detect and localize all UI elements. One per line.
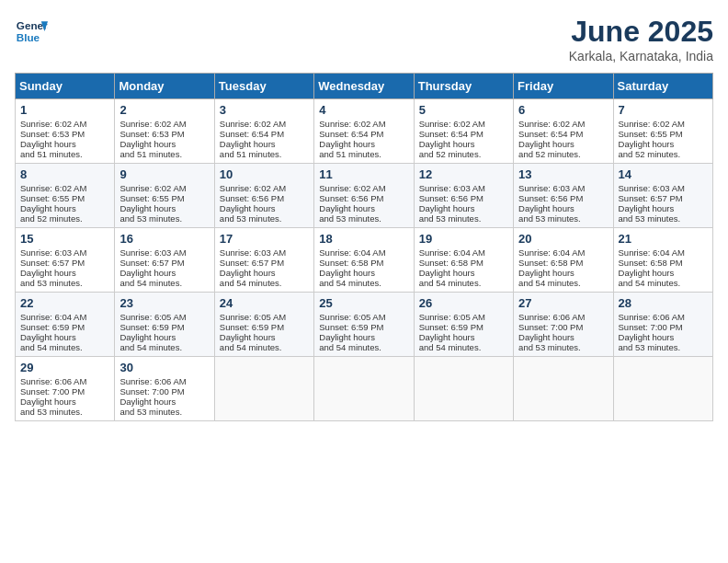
day-number: 2 — [119, 103, 209, 117]
day-info: Sunrise: 6:05 AMSunset: 6:59 PMDaylight … — [119, 312, 186, 352]
table-row: 10Sunrise: 6:02 AMSunset: 6:56 PMDayligh… — [214, 164, 313, 228]
table-row: 30Sunrise: 6:06 AMSunset: 7:00 PMDayligh… — [115, 357, 214, 421]
table-row: 12Sunrise: 6:03 AMSunset: 6:56 PMDayligh… — [414, 164, 513, 228]
day-info: Sunrise: 6:03 AMSunset: 6:57 PMDaylight … — [220, 247, 286, 288]
day-info: Sunrise: 6:06 AMSunset: 7:00 PMDaylight … — [20, 376, 86, 417]
table-row: 24Sunrise: 6:05 AMSunset: 6:59 PMDayligh… — [214, 293, 313, 357]
table-row: 16Sunrise: 6:03 AMSunset: 6:57 PMDayligh… — [115, 228, 214, 293]
day-info: Sunrise: 6:02 AMSunset: 6:54 PMDaylight … — [319, 119, 385, 159]
table-row: 9Sunrise: 6:02 AMSunset: 6:55 PMDaylight… — [115, 164, 214, 228]
table-row: 20Sunrise: 6:04 AMSunset: 6:58 PMDayligh… — [514, 228, 613, 293]
day-number: 15 — [20, 232, 109, 246]
logo: General Blue — [15, 15, 51, 48]
day-number: 16 — [119, 232, 209, 246]
col-wednesday: Wednesday — [314, 74, 414, 99]
day-info: Sunrise: 6:02 AMSunset: 6:56 PMDaylight … — [220, 183, 286, 224]
day-number: 19 — [419, 232, 508, 246]
table-row: 14Sunrise: 6:03 AMSunset: 6:57 PMDayligh… — [613, 164, 712, 228]
table-row — [613, 357, 712, 421]
col-tuesday: Tuesday — [214, 74, 313, 99]
table-row: 28Sunrise: 6:06 AMSunset: 7:00 PMDayligh… — [613, 293, 712, 357]
col-saturday: Saturday — [613, 74, 712, 99]
table-row: 2Sunrise: 6:02 AMSunset: 6:53 PMDaylight… — [115, 99, 214, 164]
day-info: Sunrise: 6:04 AMSunset: 6:58 PMDaylight … — [518, 247, 585, 288]
table-row — [214, 357, 313, 421]
day-info: Sunrise: 6:02 AMSunset: 6:53 PMDaylight … — [119, 119, 186, 159]
table-row — [314, 357, 414, 421]
day-number: 4 — [319, 103, 408, 117]
logo-icon: General Blue — [15, 15, 48, 48]
header: General Blue June 2025 Karkala, Karnatak… — [15, 15, 713, 63]
table-row: 7Sunrise: 6:02 AMSunset: 6:55 PMDaylight… — [613, 99, 712, 164]
day-info: Sunrise: 6:02 AMSunset: 6:55 PMDaylight … — [119, 183, 186, 224]
table-row: 17Sunrise: 6:03 AMSunset: 6:57 PMDayligh… — [214, 228, 313, 293]
table-row: 18Sunrise: 6:04 AMSunset: 6:58 PMDayligh… — [314, 228, 414, 293]
day-number: 29 — [20, 361, 109, 374]
day-number: 27 — [518, 296, 608, 310]
table-row: 13Sunrise: 6:03 AMSunset: 6:56 PMDayligh… — [514, 164, 613, 228]
table-row: 15Sunrise: 6:03 AMSunset: 6:57 PMDayligh… — [16, 228, 115, 293]
table-row: 5Sunrise: 6:02 AMSunset: 6:54 PMDaylight… — [414, 99, 513, 164]
day-number: 20 — [518, 232, 608, 246]
table-row: 22Sunrise: 6:04 AMSunset: 6:59 PMDayligh… — [16, 293, 115, 357]
day-info: Sunrise: 6:02 AMSunset: 6:54 PMDaylight … — [220, 119, 286, 159]
location: Karkala, Karnataka, India — [569, 49, 713, 63]
calendar: Sunday Monday Tuesday Wednesday Thursday… — [15, 73, 713, 421]
day-info: Sunrise: 6:05 AMSunset: 6:59 PMDaylight … — [419, 312, 485, 352]
day-number: 30 — [119, 361, 209, 374]
day-info: Sunrise: 6:03 AMSunset: 6:57 PMDaylight … — [119, 247, 186, 288]
day-number: 5 — [419, 103, 508, 117]
day-number: 26 — [419, 296, 508, 310]
day-info: Sunrise: 6:05 AMSunset: 6:59 PMDaylight … — [319, 312, 385, 352]
table-row: 3Sunrise: 6:02 AMSunset: 6:54 PMDaylight… — [214, 99, 313, 164]
day-info: Sunrise: 6:04 AMSunset: 6:58 PMDaylight … — [419, 247, 485, 288]
day-info: Sunrise: 6:03 AMSunset: 6:56 PMDaylight … — [419, 183, 485, 224]
day-info: Sunrise: 6:02 AMSunset: 6:55 PMDaylight … — [20, 183, 86, 224]
month-year: June 2025 — [569, 15, 713, 49]
table-row: 27Sunrise: 6:06 AMSunset: 7:00 PMDayligh… — [514, 293, 613, 357]
day-number: 21 — [619, 232, 708, 246]
day-info: Sunrise: 6:03 AMSunset: 6:57 PMDaylight … — [619, 183, 685, 224]
day-number: 23 — [119, 296, 209, 310]
table-row — [414, 357, 513, 421]
table-row: 1Sunrise: 6:02 AMSunset: 6:53 PMDaylight… — [16, 99, 115, 164]
day-info: Sunrise: 6:04 AMSunset: 6:58 PMDaylight … — [319, 247, 385, 288]
table-row — [514, 357, 613, 421]
day-info: Sunrise: 6:03 AMSunset: 6:56 PMDaylight … — [518, 183, 585, 224]
day-number: 28 — [619, 296, 708, 310]
day-info: Sunrise: 6:05 AMSunset: 6:59 PMDaylight … — [220, 312, 286, 352]
day-info: Sunrise: 6:02 AMSunset: 6:56 PMDaylight … — [319, 183, 385, 224]
day-number: 14 — [619, 167, 708, 181]
day-number: 3 — [220, 103, 309, 117]
day-info: Sunrise: 6:04 AMSunset: 6:59 PMDaylight … — [20, 312, 86, 352]
table-row: 25Sunrise: 6:05 AMSunset: 6:59 PMDayligh… — [314, 293, 414, 357]
day-info: Sunrise: 6:02 AMSunset: 6:54 PMDaylight … — [518, 119, 585, 159]
day-number: 11 — [319, 167, 408, 181]
table-row: 6Sunrise: 6:02 AMSunset: 6:54 PMDaylight… — [514, 99, 613, 164]
day-number: 25 — [319, 296, 408, 310]
day-number: 6 — [518, 103, 608, 117]
table-row: 8Sunrise: 6:02 AMSunset: 6:55 PMDaylight… — [16, 164, 115, 228]
day-number: 9 — [119, 167, 209, 181]
day-number: 8 — [20, 167, 109, 181]
table-row: 23Sunrise: 6:05 AMSunset: 6:59 PMDayligh… — [115, 293, 214, 357]
col-monday: Monday — [115, 74, 214, 99]
title-area: June 2025 Karkala, Karnataka, India — [569, 15, 713, 63]
day-info: Sunrise: 6:02 AMSunset: 6:54 PMDaylight … — [419, 119, 485, 159]
day-number: 1 — [20, 103, 109, 117]
day-info: Sunrise: 6:06 AMSunset: 7:00 PMDaylight … — [619, 312, 685, 352]
day-info: Sunrise: 6:02 AMSunset: 6:55 PMDaylight … — [619, 119, 685, 159]
day-info: Sunrise: 6:06 AMSunset: 7:00 PMDaylight … — [119, 376, 186, 417]
day-number: 24 — [220, 296, 309, 310]
col-thursday: Thursday — [414, 74, 513, 99]
table-row: 19Sunrise: 6:04 AMSunset: 6:58 PMDayligh… — [414, 228, 513, 293]
day-info: Sunrise: 6:02 AMSunset: 6:53 PMDaylight … — [20, 119, 86, 159]
day-info: Sunrise: 6:06 AMSunset: 7:00 PMDaylight … — [518, 312, 585, 352]
table-row: 21Sunrise: 6:04 AMSunset: 6:58 PMDayligh… — [613, 228, 712, 293]
col-sunday: Sunday — [16, 74, 115, 99]
day-info: Sunrise: 6:03 AMSunset: 6:57 PMDaylight … — [20, 247, 86, 288]
day-number: 22 — [20, 296, 109, 310]
day-info: Sunrise: 6:04 AMSunset: 6:58 PMDaylight … — [619, 247, 685, 288]
day-number: 13 — [518, 167, 608, 181]
svg-text:Blue: Blue — [17, 31, 40, 43]
